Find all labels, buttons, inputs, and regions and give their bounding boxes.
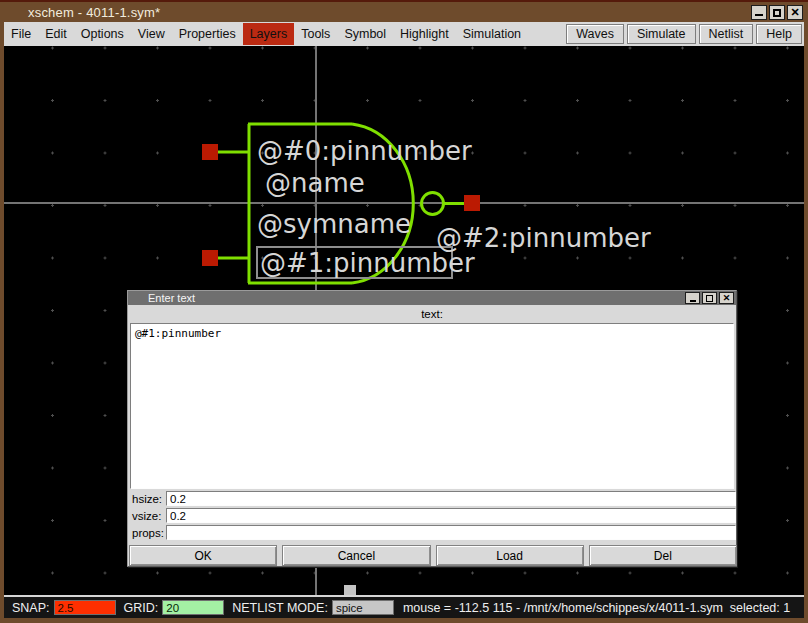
dialog-titlebar[interactable]: Enter text ✕ bbox=[128, 291, 736, 305]
load-button[interactable]: Load bbox=[436, 545, 584, 566]
text-field-label: text: bbox=[128, 305, 736, 323]
mouse-status-message: mouse = -112.5 115 - /mnt/x/home/schippe… bbox=[403, 601, 790, 615]
enter-text-dialog: Enter text ✕ text: @#1:pinnumber hsize: … bbox=[127, 290, 737, 567]
label-name[interactable]: @name bbox=[265, 169, 365, 199]
label-pin0-pinnumber[interactable]: @#0:pinnumber bbox=[257, 137, 472, 167]
close-button[interactable]: ✕ bbox=[787, 5, 803, 20]
maximize-icon bbox=[773, 9, 781, 17]
label-pin2-pinnumber[interactable]: @#2:pinnumber bbox=[436, 224, 651, 254]
menu-options[interactable]: Options bbox=[74, 23, 131, 45]
netlist-button[interactable]: Netlist bbox=[699, 24, 754, 44]
dialog-close-button[interactable]: ✕ bbox=[719, 292, 734, 304]
vsize-input[interactable] bbox=[166, 508, 736, 523]
titlebar[interactable]: xschem - 4011-1.sym* ✕ bbox=[0, 0, 808, 22]
props-label: props: bbox=[130, 527, 166, 539]
xschem-window: xschem - 4011-1.sym* ✕ File Edit Options… bbox=[0, 0, 808, 623]
text-input-area[interactable]: @#1:pinnumber bbox=[130, 323, 734, 489]
menu-tools[interactable]: Tools bbox=[294, 23, 337, 45]
menu-view[interactable]: View bbox=[131, 23, 172, 45]
dialog-title: Enter text bbox=[148, 292, 195, 304]
menu-simulation[interactable]: Simulation bbox=[456, 23, 528, 45]
snap-label: SNAP: bbox=[12, 601, 50, 615]
input-pin-a bbox=[202, 144, 218, 160]
menu-edit[interactable]: Edit bbox=[38, 23, 74, 45]
grid-input[interactable]: 20 bbox=[162, 600, 224, 615]
hsize-input[interactable] bbox=[166, 491, 736, 506]
cancel-button[interactable]: Cancel bbox=[282, 545, 430, 566]
del-button[interactable]: Del bbox=[589, 545, 737, 566]
netlist-mode-input[interactable]: spice bbox=[332, 600, 394, 615]
input-pin-b bbox=[202, 250, 218, 266]
grid-label: GRID: bbox=[124, 601, 159, 615]
snap-input[interactable]: 2.5 bbox=[54, 600, 116, 615]
menu-highlight[interactable]: Highlight bbox=[393, 23, 456, 45]
dialog-maximize-button[interactable] bbox=[702, 292, 717, 304]
maximize-icon bbox=[706, 295, 713, 302]
label-symname[interactable]: @symname bbox=[257, 210, 411, 240]
dialog-minimize-button[interactable] bbox=[685, 292, 700, 304]
output-pin bbox=[464, 195, 480, 211]
menu-layers[interactable]: Layers bbox=[243, 23, 295, 45]
maximize-button[interactable] bbox=[769, 5, 785, 20]
window-title: xschem - 4011-1.sym* bbox=[28, 5, 160, 20]
help-button[interactable]: Help bbox=[756, 24, 802, 44]
ui-artifact bbox=[344, 585, 356, 595]
waves-button[interactable]: Waves bbox=[566, 24, 624, 44]
minimize-button[interactable] bbox=[751, 5, 767, 20]
minimize-icon bbox=[755, 9, 763, 16]
simulate-button[interactable]: Simulate bbox=[627, 24, 696, 44]
vsize-label: vsize: bbox=[130, 510, 166, 522]
close-icon: ✕ bbox=[790, 7, 799, 18]
statusbar: SNAP: 2.5 GRID: 20 NETLIST MODE: spice m… bbox=[4, 595, 804, 618]
hsize-label: hsize: bbox=[130, 493, 166, 505]
menubar: File Edit Options View Properties Layers… bbox=[4, 22, 804, 46]
netlist-mode-label: NETLIST MODE: bbox=[232, 601, 328, 615]
minimize-icon bbox=[690, 295, 696, 302]
props-input[interactable] bbox=[166, 525, 736, 540]
ok-button[interactable]: OK bbox=[129, 545, 277, 566]
menu-properties[interactable]: Properties bbox=[172, 23, 243, 45]
close-icon: ✕ bbox=[723, 294, 731, 303]
menu-symbol[interactable]: Symbol bbox=[337, 23, 393, 45]
menu-file[interactable]: File bbox=[4, 23, 38, 45]
